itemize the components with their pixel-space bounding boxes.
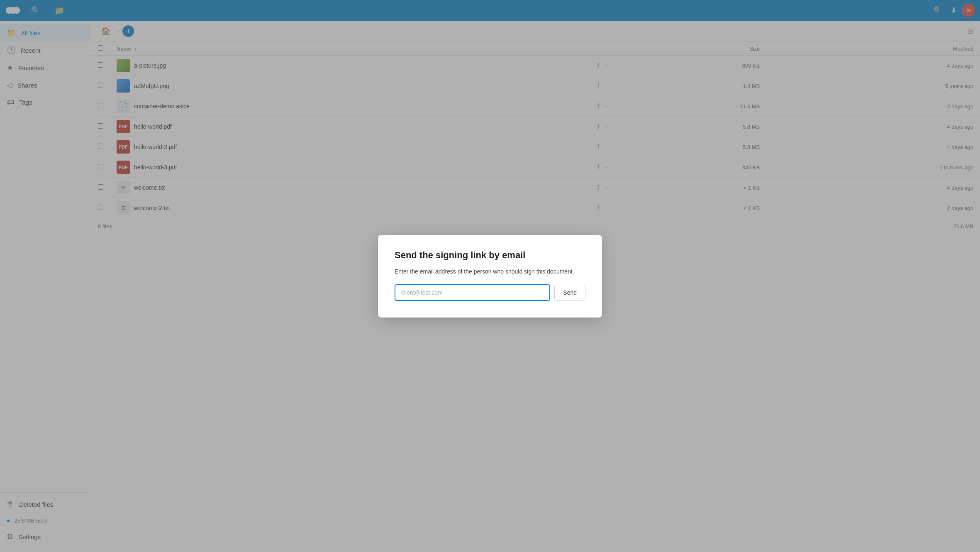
- send-signing-link-modal: Send the signing link by email Enter the…: [378, 235, 602, 318]
- modal-title: Send the signing link by email: [395, 250, 585, 261]
- modal-description: Enter the email address of the person wh…: [395, 267, 585, 276]
- send-button[interactable]: Send: [554, 285, 585, 300]
- email-input[interactable]: [395, 284, 550, 301]
- modal-overlay[interactable]: Send the signing link by email Enter the…: [0, 0, 980, 552]
- modal-form: Send: [395, 284, 585, 301]
